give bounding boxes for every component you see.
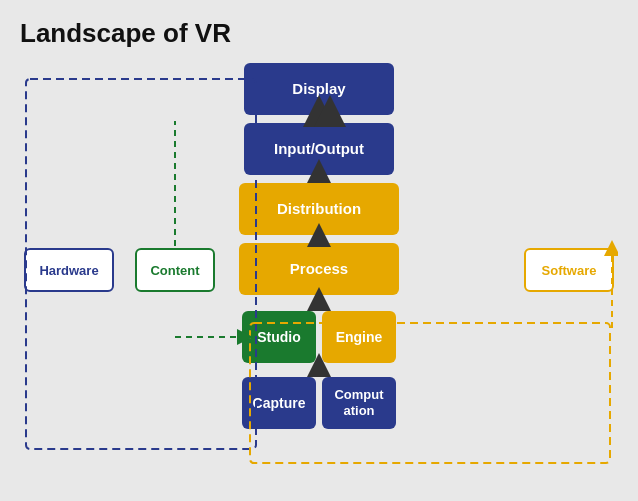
content-box: Content — [135, 248, 215, 292]
process-box: Process — [239, 243, 399, 295]
page-title: Landscape of VR — [20, 18, 618, 49]
diagram-area: Display Input/Output Distribution Proces… — [20, 63, 618, 483]
computation-box: Comput ation — [322, 377, 396, 429]
capture-box: Capture — [242, 377, 316, 429]
main-container: Landscape of VR Display Input/Output Dis… — [0, 0, 638, 501]
studio-engine-group: Studio Engine — [242, 311, 396, 363]
studio-box: Studio — [242, 311, 316, 363]
hardware-box: Hardware — [24, 248, 114, 292]
distribution-box: Distribution — [239, 183, 399, 235]
software-box: Software — [524, 248, 614, 292]
engine-box: Engine — [322, 311, 396, 363]
capture-computation-group: Capture Comput ation — [242, 377, 396, 429]
display-box: Display — [244, 63, 394, 115]
io-box: Input/Output — [244, 123, 394, 175]
